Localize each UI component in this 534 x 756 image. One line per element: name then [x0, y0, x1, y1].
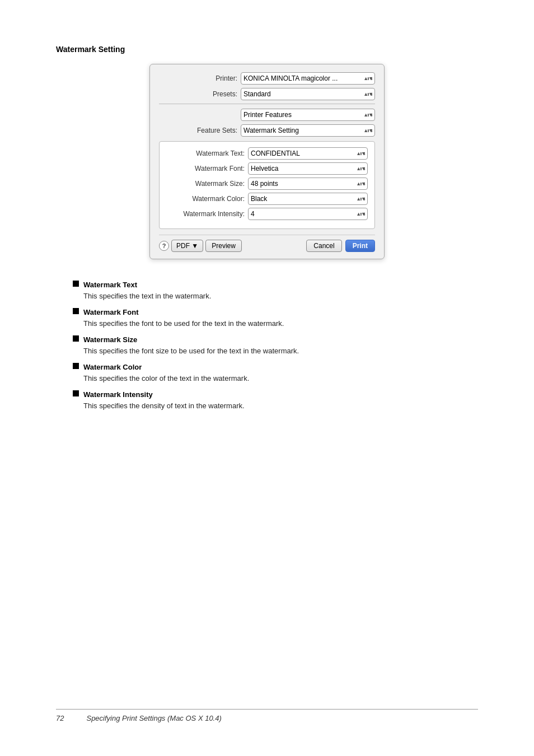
list-item: Watermark ColorThis specifies the color … — [73, 362, 461, 384]
help-button[interactable]: ? — [159, 241, 169, 251]
feature-sets-row: Feature Sets: Watermark Setting ▲▼ — [159, 124, 375, 137]
desc-definition: This specifies the density of text in th… — [83, 400, 245, 412]
watermark-intensity-label: Watermark Intensity: — [166, 210, 245, 218]
bullet-icon — [73, 390, 79, 396]
presets-select-container: Standard ▲▼ — [241, 88, 375, 100]
preview-button[interactable]: Preview — [205, 240, 242, 252]
cancel-button[interactable]: Cancel — [306, 240, 341, 252]
print-button[interactable]: Print — [345, 240, 375, 252]
watermark-size-select[interactable]: 48 points — [248, 178, 368, 190]
page-footer: 72 Specifying Print Settings (Mac OS X 1… — [56, 709, 478, 722]
desc-content: Watermark IntensityThis specifies the de… — [83, 389, 245, 411]
desc-term: Watermark Intensity — [83, 389, 245, 400]
watermark-size-label: Watermark Size: — [166, 180, 245, 188]
desc-definition: This specifies the text in the watermark… — [83, 291, 211, 302]
list-item: Watermark FontThis specifies the font to… — [73, 307, 461, 329]
watermark-color-select[interactable]: Black — [248, 193, 368, 205]
watermark-intensity-row: Watermark Intensity: 4 ▲▼ — [166, 208, 368, 220]
printer-row: Printer: KONICA MINOLTA magicolor ... ▲▼ — [159, 72, 375, 85]
description-list: Watermark TextThis specifies the text in… — [73, 279, 461, 411]
desc-definition: This specifies the color of the text in … — [83, 373, 249, 384]
printer-features-row: Printer Features ▲▼ — [159, 109, 375, 121]
watermark-font-row: Watermark Font: Helvetica ▲▼ — [166, 162, 368, 175]
watermark-intensity-select[interactable]: 4 — [248, 208, 368, 220]
footer-page-number: 72 — [56, 714, 64, 722]
printer-label: Printer: — [159, 74, 237, 82]
desc-definition: This specifies the font to be used for t… — [83, 318, 284, 329]
bullet-icon — [73, 308, 79, 314]
presets-select[interactable]: Standard — [241, 88, 375, 100]
desc-term: Watermark Font — [83, 307, 284, 318]
printer-features-select[interactable]: Printer Features — [241, 109, 375, 121]
watermark-text-select[interactable]: CONFIDENTIAL — [248, 147, 368, 160]
watermark-size-row: Watermark Size: 48 points ▲▼ — [166, 178, 368, 190]
separator-1 — [159, 104, 375, 104]
watermark-text-select-container: CONFIDENTIAL ▲▼ — [248, 147, 368, 160]
list-item: Watermark TextThis specifies the text in… — [73, 279, 461, 301]
desc-term: Watermark Text — [83, 279, 211, 291]
watermark-intensity-select-container: 4 ▲▼ — [248, 208, 368, 220]
desc-term: Watermark Size — [83, 334, 299, 346]
desc-definition: This specifies the font size to be used … — [83, 346, 299, 357]
presets-row: Presets: Standard ▲▼ — [159, 88, 375, 100]
printer-select[interactable]: KONICA MINOLTA magicolor ... — [241, 72, 375, 85]
presets-label: Presets: — [159, 90, 237, 98]
feature-sets-select[interactable]: Watermark Setting — [241, 124, 375, 137]
watermark-size-select-container: 48 points ▲▼ — [248, 178, 368, 190]
printer-features-select-container: Printer Features ▲▼ — [241, 109, 375, 121]
bullet-icon — [73, 363, 79, 369]
pdf-button[interactable]: PDF ▼ — [171, 240, 203, 252]
list-item: Watermark IntensityThis specifies the de… — [73, 389, 461, 411]
dialog-footer: ? PDF ▼ Preview Cancel Print — [159, 235, 375, 252]
desc-term: Watermark Color — [83, 362, 249, 373]
watermark-text-row: Watermark Text: CONFIDENTIAL ▲▼ — [166, 147, 368, 160]
bullet-icon — [73, 335, 79, 342]
desc-content: Watermark ColorThis specifies the color … — [83, 362, 249, 384]
feature-panel: Watermark Text: CONFIDENTIAL ▲▼ Watermar… — [159, 141, 375, 229]
desc-content: Watermark FontThis specifies the font to… — [83, 307, 284, 329]
watermark-color-select-container: Black ▲▼ — [248, 193, 368, 205]
page-title: Watermark Setting — [56, 45, 478, 54]
footer-actions: Cancel Print — [306, 240, 375, 252]
watermark-text-label: Watermark Text: — [166, 150, 245, 157]
printer-select-container: KONICA MINOLTA magicolor ... ▲▼ — [241, 72, 375, 85]
watermark-font-select[interactable]: Helvetica — [248, 162, 368, 175]
watermark-color-label: Watermark Color: — [166, 195, 245, 203]
desc-content: Watermark SizeThis specifies the font si… — [83, 334, 299, 356]
feature-sets-label: Feature Sets: — [159, 127, 237, 134]
watermark-font-label: Watermark Font: — [166, 165, 245, 172]
watermark-font-select-container: Helvetica ▲▼ — [248, 162, 368, 175]
feature-sets-select-container: Watermark Setting ▲▼ — [241, 124, 375, 137]
bullet-icon — [73, 281, 79, 287]
print-dialog: Printer: KONICA MINOLTA magicolor ... ▲▼… — [149, 64, 385, 259]
desc-content: Watermark TextThis specifies the text in… — [83, 279, 211, 301]
footer-doc-title: Specifying Print Settings (Mac OS X 10.4… — [86, 714, 221, 722]
list-item: Watermark SizeThis specifies the font si… — [73, 334, 461, 356]
watermark-color-row: Watermark Color: Black ▲▼ — [166, 193, 368, 205]
